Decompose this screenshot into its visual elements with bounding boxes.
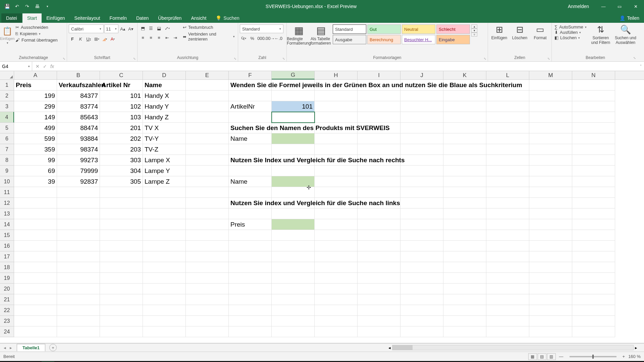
row-header-21[interactable]: 21 — [0, 294, 14, 305]
cell-L2[interactable] — [486, 90, 529, 101]
cell-F21[interactable] — [229, 294, 272, 305]
style-berechnung[interactable]: Berechnung — [367, 35, 401, 44]
cell-M7[interactable] — [529, 144, 572, 155]
cell-B4[interactable]: 85643 — [57, 112, 100, 123]
cell-H18[interactable] — [315, 262, 358, 273]
name-box[interactable]: G4▾ — [0, 62, 32, 71]
cell-B9[interactable]: 79999 — [57, 166, 100, 176]
cell-I14[interactable] — [358, 219, 400, 230]
italic-button[interactable]: K — [77, 35, 84, 43]
cell-M19[interactable] — [529, 273, 572, 284]
cell-C24[interactable] — [100, 326, 143, 337]
sheet-nav-next[interactable]: ▸ — [8, 345, 13, 350]
cell-B8[interactable]: 99273 — [57, 155, 100, 166]
cell-G13[interactable] — [272, 208, 315, 219]
cell-H16[interactable] — [315, 241, 358, 251]
cell-C19[interactable] — [100, 273, 143, 284]
cell-D15[interactable] — [143, 230, 186, 241]
cell-C10[interactable]: 305 — [100, 176, 143, 187]
cell-A24[interactable] — [14, 326, 57, 337]
cell-D12[interactable] — [143, 198, 186, 208]
cell-E24[interactable] — [186, 326, 229, 337]
cell-A2[interactable]: 199 — [14, 90, 57, 101]
copy-button[interactable]: ⎘Kopieren▾ — [14, 31, 59, 37]
cell-B24[interactable] — [57, 326, 100, 337]
format-cells-button[interactable]: ▭Format — [531, 24, 550, 40]
cell-A22[interactable] — [14, 305, 57, 316]
cell-D22[interactable] — [143, 305, 186, 316]
cell-D11[interactable] — [143, 187, 186, 198]
cell-A16[interactable] — [14, 241, 57, 251]
cell-I24[interactable] — [358, 326, 400, 337]
tab-formeln[interactable]: Formeln — [105, 13, 131, 23]
cell-D2[interactable]: Handy X — [143, 90, 186, 101]
cell-N1[interactable] — [572, 80, 615, 90]
zoom-in-button[interactable]: + — [623, 354, 625, 359]
cell-I2[interactable] — [358, 90, 400, 101]
tab-start[interactable]: Start — [22, 13, 42, 23]
font-name-select[interactable]: Calibri▾ — [69, 24, 104, 33]
cell-A14[interactable] — [14, 219, 57, 230]
cell-C23[interactable] — [100, 316, 143, 326]
cell-B18[interactable] — [57, 262, 100, 273]
row-header-23[interactable]: 23 — [0, 316, 14, 326]
cell-G3[interactable]: 101 — [272, 101, 315, 112]
cell-H7[interactable] — [315, 144, 358, 155]
cell-C22[interactable] — [100, 305, 143, 316]
cell-D20[interactable] — [143, 284, 186, 294]
row-header-24[interactable]: 24 — [0, 326, 14, 337]
cell-E19[interactable] — [186, 273, 229, 284]
cell-M10[interactable] — [529, 176, 572, 187]
cell-I17[interactable] — [358, 251, 400, 262]
cell-K5[interactable] — [443, 123, 486, 133]
select-all-corner[interactable] — [0, 71, 14, 79]
cell-H4[interactable] — [315, 112, 358, 123]
cell-F2[interactable] — [229, 90, 272, 101]
cell-L5[interactable] — [486, 123, 529, 133]
cell-K11[interactable] — [443, 187, 486, 198]
cell-L23[interactable] — [486, 316, 529, 326]
cell-N8[interactable] — [572, 155, 615, 166]
style-eingabe[interactable]: Eingabe — [436, 35, 470, 44]
percent-button[interactable]: % — [249, 35, 256, 42]
style-gallery-scroll[interactable]: ▴▾▿ — [471, 24, 477, 37]
cell-J9[interactable] — [400, 166, 443, 176]
cell-E3[interactable] — [186, 101, 229, 112]
cell-J14[interactable] — [400, 219, 443, 230]
col-header-H[interactable]: H — [315, 71, 358, 79]
grow-font-button[interactable]: A▴ — [119, 25, 126, 33]
cell-G20[interactable] — [272, 284, 315, 294]
cell-E5[interactable] — [186, 123, 229, 133]
col-header-A[interactable]: A — [14, 71, 57, 79]
cell-M11[interactable] — [529, 187, 572, 198]
cell-N9[interactable] — [572, 166, 615, 176]
row-header-4[interactable]: 4 — [0, 112, 14, 123]
cell-G21[interactable] — [272, 294, 315, 305]
cell-D1[interactable]: Name — [143, 80, 186, 90]
cell-H2[interactable] — [315, 90, 358, 101]
cell-E4[interactable] — [186, 112, 229, 123]
cell-M15[interactable] — [529, 230, 572, 241]
col-header-E[interactable]: E — [186, 71, 229, 79]
cell-F5[interactable]: Suchen Sie den Namen des Produkts mit SV… — [229, 123, 272, 133]
cell-L4[interactable] — [486, 112, 529, 123]
cell-B10[interactable]: 92837 — [57, 176, 100, 187]
increase-decimal-button[interactable]: .00→ — [266, 35, 273, 42]
cell-B7[interactable]: 98374 — [57, 144, 100, 155]
style-neutral[interactable]: Neutral — [402, 24, 435, 34]
cell-N10[interactable] — [572, 176, 615, 187]
cell-I23[interactable] — [358, 316, 400, 326]
cell-E1[interactable] — [186, 80, 229, 90]
cell-F4[interactable] — [229, 112, 272, 123]
row-header-13[interactable]: 13 — [0, 208, 14, 219]
cell-F18[interactable] — [229, 262, 272, 273]
cell-I22[interactable] — [358, 305, 400, 316]
cell-I6[interactable] — [358, 133, 400, 144]
cell-G16[interactable] — [272, 241, 315, 251]
cell-H19[interactable] — [315, 273, 358, 284]
cell-A15[interactable] — [14, 230, 57, 241]
cell-L7[interactable] — [486, 144, 529, 155]
cell-J5[interactable] — [400, 123, 443, 133]
cell-G23[interactable] — [272, 316, 315, 326]
cell-G18[interactable] — [272, 262, 315, 273]
